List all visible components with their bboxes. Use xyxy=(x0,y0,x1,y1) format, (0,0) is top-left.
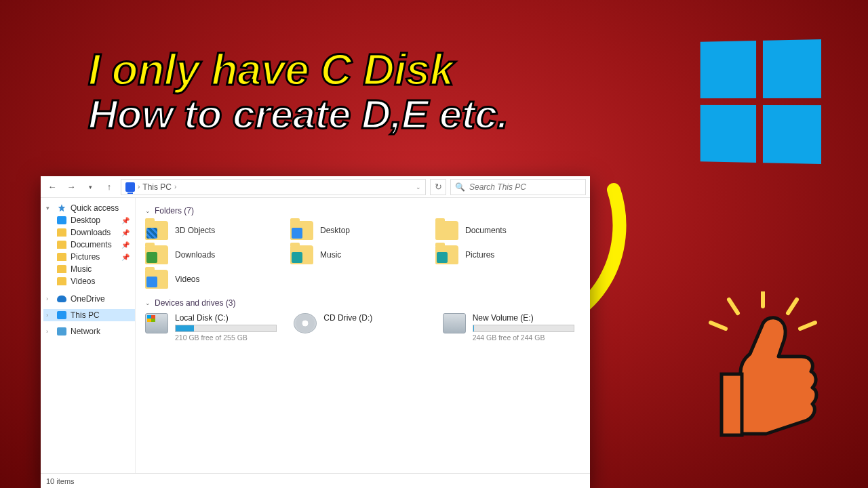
nav-forward-button[interactable]: → xyxy=(64,180,79,195)
folder-label: Desktop xyxy=(320,226,350,235)
drive-label: New Volume (E:) xyxy=(473,313,580,323)
breadcrumb-segment: This PC xyxy=(142,182,172,192)
sidebar-label: This PC xyxy=(71,310,132,320)
folder-desktop[interactable]: Desktop xyxy=(290,221,435,240)
section-title: Devices and drives (3) xyxy=(155,298,235,308)
sidebar-label: Music xyxy=(71,264,132,274)
drive-space-meter xyxy=(473,325,574,332)
drive-local-disk-c[interactable]: Local Disk (C:) 210 GB free of 255 GB xyxy=(145,313,283,342)
folder-icon xyxy=(145,245,168,264)
pin-icon: 📌 xyxy=(121,241,132,249)
sidebar-item-onedrive[interactable]: › OneDrive xyxy=(43,293,135,305)
status-bar: 10 items xyxy=(41,473,590,488)
desktop-icon xyxy=(57,216,66,224)
chevron-right-icon: › xyxy=(46,296,53,302)
sidebar-item-quick-access[interactable]: ▾ Quick access xyxy=(43,202,135,214)
this-pc-icon xyxy=(57,311,66,319)
nav-recent-button[interactable]: ▾ xyxy=(83,180,98,195)
drive-free-text: 210 GB free of 255 GB xyxy=(175,333,283,342)
folder-icon xyxy=(290,221,313,240)
file-explorer-window: ← → ▾ ↑ › This PC › ⌄ ↻ 🔍 ▾ Quick access xyxy=(41,176,590,488)
pin-icon: 📌 xyxy=(121,253,132,261)
sidebar-label: Network xyxy=(71,327,132,336)
network-icon xyxy=(57,327,66,336)
windows-logo-icon xyxy=(701,39,821,164)
folder-pictures[interactable]: Pictures xyxy=(435,245,580,264)
section-header-drives[interactable]: ⌄ Devices and drives (3) xyxy=(145,298,580,308)
folder-videos[interactable]: Videos xyxy=(145,270,290,289)
breadcrumb[interactable]: › This PC › ⌄ xyxy=(121,179,426,195)
sidebar-item-this-pc[interactable]: › This PC xyxy=(43,309,135,321)
chevron-down-icon: ⌄ xyxy=(145,300,151,306)
folder-label: Music xyxy=(320,250,341,260)
drive-space-meter xyxy=(175,325,277,332)
chevron-right-icon: › xyxy=(46,312,53,319)
refresh-button[interactable]: ↻ xyxy=(430,179,446,195)
sidebar-label: Videos xyxy=(71,277,132,286)
nav-up-button[interactable]: ↑ xyxy=(102,180,117,195)
sidebar-item-desktop[interactable]: Desktop 📌 xyxy=(43,214,135,226)
sidebar-item-pictures[interactable]: Pictures 📌 xyxy=(43,251,135,263)
chevron-right-icon: › xyxy=(138,183,140,190)
folder-label: Downloads xyxy=(175,250,215,260)
drive-cd-d[interactable]: CD Drive (D:) xyxy=(294,313,431,342)
section-title: Folders (7) xyxy=(155,206,194,216)
sidebar-label: Quick access xyxy=(71,203,132,213)
chevron-down-icon[interactable]: ⌄ xyxy=(416,184,421,190)
thumbs-up-icon xyxy=(698,291,827,441)
pin-icon: 📌 xyxy=(121,229,132,237)
folder-music[interactable]: Music xyxy=(290,245,435,264)
sidebar-label: Documents xyxy=(71,240,117,249)
folder-icon xyxy=(145,270,168,289)
nav-back-button[interactable]: ← xyxy=(45,180,60,195)
svg-line-2 xyxy=(788,300,797,313)
drives-grid: Local Disk (C:) 210 GB free of 255 GB CD… xyxy=(145,313,580,342)
sidebar-label: Downloads xyxy=(71,228,117,237)
folder-label: Documents xyxy=(465,226,507,235)
drive-new-volume-e[interactable]: New Volume (E:) 244 GB free of 244 GB xyxy=(443,313,580,342)
svg-line-4 xyxy=(800,323,815,329)
sidebar-item-downloads[interactable]: Downloads 📌 xyxy=(43,226,135,239)
svg-line-1 xyxy=(729,300,738,313)
hdd-icon xyxy=(443,313,466,333)
search-icon: 🔍 xyxy=(455,182,465,192)
folder-label: Videos xyxy=(175,274,199,284)
sidebar-item-network[interactable]: › Network xyxy=(43,325,135,338)
drive-label: Local Disk (C:) xyxy=(175,313,283,323)
sidebar-label: Pictures xyxy=(71,252,117,262)
folder-icon xyxy=(290,245,313,264)
folder-icon xyxy=(57,277,66,285)
sidebar-item-music[interactable]: Music xyxy=(43,263,135,275)
chevron-right-icon: › xyxy=(174,183,176,190)
svg-line-3 xyxy=(711,323,726,329)
cd-icon xyxy=(294,313,317,333)
sidebar-label: OneDrive xyxy=(71,294,132,304)
folder-3d-objects[interactable]: 3D Objects xyxy=(145,221,290,240)
search-box[interactable]: 🔍 xyxy=(450,179,586,195)
star-icon xyxy=(57,203,66,213)
chevron-down-icon: ⌄ xyxy=(145,207,151,214)
cloud-icon xyxy=(57,296,66,302)
folder-downloads[interactable]: Downloads xyxy=(145,245,290,264)
status-item-count: 10 items xyxy=(46,477,75,485)
section-header-folders[interactable]: ⌄ Folders (7) xyxy=(145,206,580,216)
chevron-right-icon: › xyxy=(46,328,53,335)
folders-grid: 3D Objects Desktop Documents Downloads M… xyxy=(145,221,580,289)
sidebar-item-videos[interactable]: Videos xyxy=(43,275,135,287)
folder-icon xyxy=(57,228,66,237)
folder-icon xyxy=(57,265,66,273)
folder-label: Pictures xyxy=(465,250,494,260)
folder-icon xyxy=(435,221,458,240)
chevron-down-icon: ▾ xyxy=(46,205,53,211)
this-pc-icon xyxy=(125,182,135,192)
search-input[interactable] xyxy=(469,182,581,192)
nav-pane: ▾ Quick access Desktop 📌 Downloads 📌 Doc… xyxy=(41,198,136,473)
hdd-icon xyxy=(145,313,168,333)
folder-icon xyxy=(435,245,458,264)
drive-label: CD Drive (D:) xyxy=(323,313,431,323)
folder-icon xyxy=(57,253,66,261)
address-bar: ← → ▾ ↑ › This PC › ⌄ ↻ 🔍 xyxy=(41,176,590,198)
sidebar-label: Desktop xyxy=(71,216,117,225)
folder-documents[interactable]: Documents xyxy=(435,221,580,240)
sidebar-item-documents[interactable]: Documents 📌 xyxy=(43,239,135,251)
